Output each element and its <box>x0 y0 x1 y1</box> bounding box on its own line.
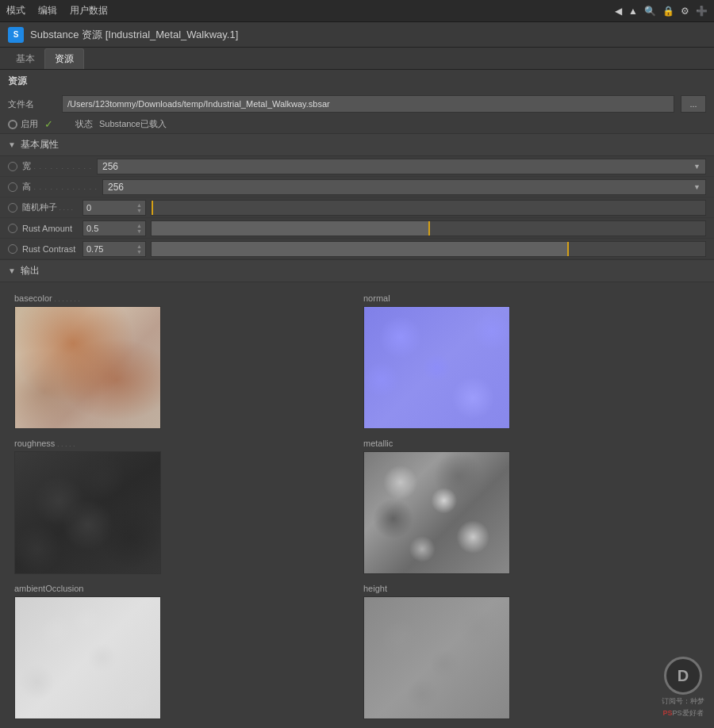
substance-logo: S <box>8 27 24 43</box>
seed-row: 随机种子 . . . . 0 ▲ ▼ <box>0 197 714 218</box>
seed-value-box[interactable]: 0 ▲ ▼ <box>83 200 146 216</box>
rust-amount-value-box[interactable]: 0.5 ▲ ▼ <box>83 220 146 236</box>
enable-radio-dot <box>8 120 17 129</box>
width-radio[interactable] <box>8 162 17 171</box>
title-bar: S Substance 资源 [Industrial_Metal_Walkway… <box>0 22 714 48</box>
status-label: 状态 <box>75 118 93 130</box>
enable-radio[interactable]: 启用 <box>8 118 38 130</box>
lock-icon[interactable]: 🔒 <box>662 6 674 17</box>
seed-radio[interactable] <box>8 203 17 213</box>
rust-contrast-slider-fill <box>152 242 567 256</box>
back-icon[interactable]: ◀ <box>615 6 622 17</box>
rust-amount-up-icon[interactable]: ▲ <box>136 223 142 228</box>
rust-contrast-slider-marker <box>567 242 569 256</box>
rust-contrast-value: 0.75 <box>86 244 103 254</box>
ambient-thumbnail[interactable] <box>14 596 161 719</box>
height-value: 256 <box>108 182 124 193</box>
source-section-label: 资源 <box>0 70 714 93</box>
rust-contrast-radio[interactable] <box>8 244 17 254</box>
menu-userdata[interactable]: 用户数据 <box>70 4 108 17</box>
rust-amount-slider-fill <box>152 221 428 236</box>
seed-slider[interactable] <box>151 200 706 216</box>
roughness-thumbnail[interactable] <box>14 451 161 574</box>
seed-up-icon[interactable]: ▲ <box>136 202 142 208</box>
rust-contrast-up-icon[interactable]: ▲ <box>136 243 142 249</box>
normal-label: normal <box>363 293 700 303</box>
rust-contrast-spinners[interactable]: ▲ ▼ <box>136 243 142 255</box>
enable-status-row: 启用 ✓ 状态 Substance已载入 <box>0 115 714 133</box>
output-normal-item: normal <box>357 289 706 434</box>
seed-down-icon[interactable]: ▼ <box>136 208 142 213</box>
output-height-item: height <box>357 579 706 724</box>
seed-slider-marker <box>152 201 153 215</box>
checkmark-icon: ✓ <box>44 118 53 130</box>
height-radio[interactable] <box>8 182 17 192</box>
window-title: Substance 资源 [Industrial_Metal_Walkway.1… <box>30 28 238 42</box>
rust-amount-row: Rust Amount 0.5 ▲ ▼ <box>0 218 714 239</box>
menu-bar: 模式 编辑 用户数据 ◀ ▲ 🔍 🔒 ⚙ ➕ <box>0 0 714 22</box>
roughness-label: roughness . . . . . <box>14 439 351 448</box>
enable-label: 启用 <box>21 118 38 130</box>
height-row: 高 . . . . . . . . . . . . 256 ▼ <box>0 177 714 197</box>
output-section-label: 输出 <box>21 264 40 278</box>
rust-contrast-row: Rust Contrast 0.75 ▲ ▼ <box>0 239 714 259</box>
basecolor-label: basecolor . . . . . . . <box>14 293 351 303</box>
forward-icon[interactable]: ▲ <box>628 6 638 17</box>
basic-properties-label: 基本属性 <box>21 138 59 151</box>
rust-contrast-down-icon[interactable]: ▼ <box>136 249 142 255</box>
ellipsis-button[interactable]: ... <box>681 95 706 113</box>
seed-value: 0 <box>86 203 91 213</box>
rust-contrast-slider[interactable] <box>151 241 706 257</box>
watermark-line2: PSPS爱好者 <box>662 708 703 718</box>
rust-contrast-label: Rust Contrast <box>22 244 78 254</box>
tab-basic[interactable]: 基本 <box>6 49 44 69</box>
output-metallic-item: metallic <box>357 434 706 579</box>
output-section-header[interactable]: ▼ 输出 <box>0 259 714 282</box>
menu-icons: ◀ ▲ 🔍 🔒 ⚙ ➕ <box>615 6 708 17</box>
rust-contrast-value-box[interactable]: 0.75 ▲ ▼ <box>83 241 146 257</box>
metallic-label: metallic <box>363 439 700 448</box>
filename-input[interactable] <box>62 95 674 113</box>
metallic-thumbnail[interactable] <box>363 451 510 574</box>
output-basecolor-item: basecolor . . . . . . . <box>8 289 357 434</box>
rust-amount-value: 0.5 <box>86 224 98 233</box>
height-tex-label: height <box>363 584 700 593</box>
rust-amount-slider[interactable] <box>151 220 706 236</box>
rust-amount-radio[interactable] <box>8 224 17 233</box>
status-value: Substance已载入 <box>99 118 167 130</box>
basecolor-thumbnail[interactable] <box>14 306 161 429</box>
add-icon[interactable]: ➕ <box>696 6 708 17</box>
menu-edit[interactable]: 编辑 <box>38 4 57 17</box>
watermark-logo: D <box>664 657 702 695</box>
ambient-label: ambientOcclusion <box>14 584 351 593</box>
height-dropdown-arrow-icon: ▼ <box>693 183 701 191</box>
tab-resource[interactable]: 资源 <box>44 48 84 69</box>
output-roughness-item: roughness . . . . . <box>8 434 357 579</box>
seed-spinners[interactable]: ▲ ▼ <box>136 202 142 213</box>
height-dropdown[interactable]: 256 ▼ <box>102 179 706 195</box>
output-section: basecolor . . . . . . . normal roughness… <box>0 282 714 728</box>
rust-amount-down-icon[interactable]: ▼ <box>136 228 142 234</box>
filename-row: 文件名 ... <box>0 93 714 115</box>
width-value: 256 <box>102 161 118 172</box>
rust-amount-spinners[interactable]: ▲ ▼ <box>136 223 142 234</box>
seed-label: 随机种子 . . . . <box>22 201 78 213</box>
basic-properties-header[interactable]: ▼ 基本属性 <box>0 133 714 156</box>
height-thumbnail[interactable] <box>363 596 510 719</box>
width-dropdown-arrow-icon: ▼ <box>693 163 701 171</box>
search-icon[interactable]: 🔍 <box>644 6 656 17</box>
height-label: 高 . . . . . . . . . . . . <box>22 181 98 193</box>
main-content: 资源 文件名 ... 启用 ✓ 状态 Substance已载入 ▼ 基本属性 宽… <box>0 70 714 728</box>
normal-thumbnail[interactable] <box>363 306 510 429</box>
output-ambient-item: ambientOcclusion <box>8 579 357 724</box>
settings-icon[interactable]: ⚙ <box>681 6 689 17</box>
filename-label: 文件名 <box>8 98 56 110</box>
rust-amount-slider-marker <box>428 221 430 236</box>
menu-mode[interactable]: 模式 <box>6 4 25 17</box>
tab-bar: 基本 资源 <box>0 48 714 70</box>
width-label: 宽 . . . . . . . . . . . <box>22 160 92 172</box>
width-dropdown[interactable]: 256 ▼ <box>97 159 706 174</box>
watermark-line1: 订阅号：种梦 <box>662 696 704 707</box>
rust-amount-label: Rust Amount <box>22 224 78 233</box>
collapse-arrow-icon: ▼ <box>8 140 16 149</box>
